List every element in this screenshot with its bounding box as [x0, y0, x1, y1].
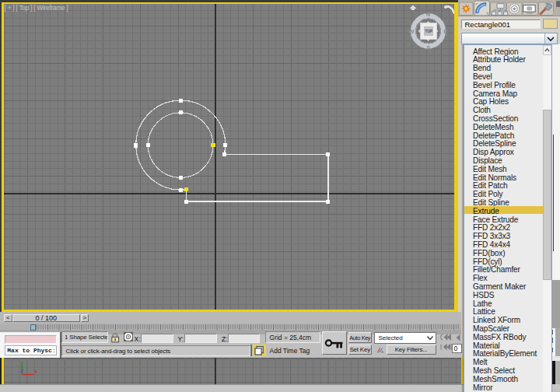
svg-text:W: W — [408, 28, 415, 35]
svg-text:TOP: TOP — [425, 30, 432, 33]
svg-text:z: z — [20, 367, 23, 374]
svg-text:E: E — [443, 28, 447, 35]
svg-text:N: N — [425, 11, 429, 18]
svg-text:S: S — [426, 44, 430, 51]
svg-text:x: x — [34, 367, 37, 374]
